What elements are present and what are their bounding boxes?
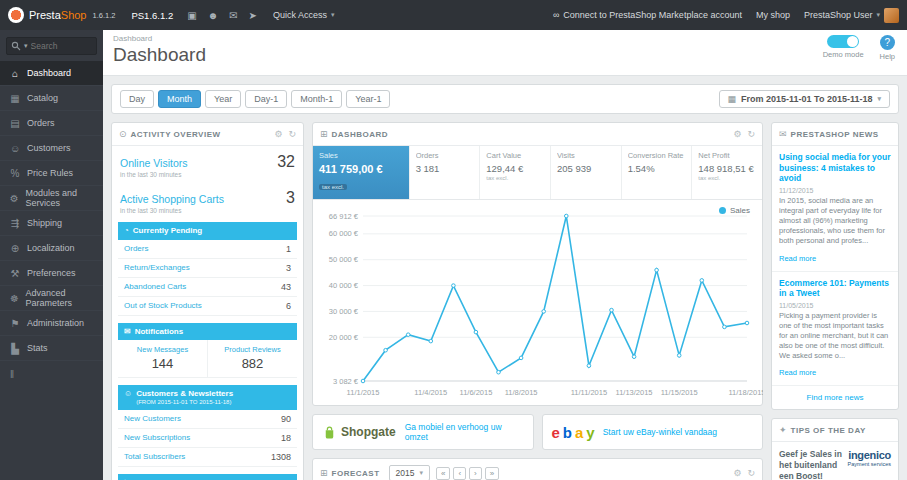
news-item-title[interactable]: Using social media for your business: 4 … xyxy=(779,152,891,184)
localization-icon: ⊕ xyxy=(9,243,21,254)
product-reviews-cell[interactable]: Product Reviews 882 xyxy=(207,340,297,377)
sidebar-item-advanced-parameters[interactable]: ☸Advanced Parameters xyxy=(0,286,103,311)
modules-store-icon[interactable]: ➤ xyxy=(249,10,257,21)
gear-icon[interactable]: ⚙ xyxy=(733,129,741,139)
chart-legend[interactable]: Sales xyxy=(719,206,750,215)
shipping-icon: ⇶ xyxy=(9,218,21,229)
customers-row-total-subscribers[interactable]: Total Subscribers 1308 xyxy=(118,448,297,467)
ingenico-logo: ingenico Payment services xyxy=(848,449,891,480)
pending-row-out-of-stock[interactable]: Out of Stock Products 6 xyxy=(118,297,297,316)
pending-row-returns[interactable]: Return/Exchanges 3 xyxy=(118,259,297,278)
svg-text:11/1/2015: 11/1/2015 xyxy=(347,388,380,397)
find-more-news-link[interactable]: Find more news xyxy=(772,386,898,409)
help-icon[interactable]: ? xyxy=(880,35,895,50)
year-select[interactable]: 2015 ▾ xyxy=(389,465,430,480)
range-day-1-button[interactable]: Day-1 xyxy=(245,90,287,108)
first-page-icon[interactable]: « xyxy=(436,467,450,480)
sidebar-item-shipping[interactable]: ⇶Shipping xyxy=(0,211,103,236)
sidebar-item-orders[interactable]: ▤Orders xyxy=(0,111,103,136)
customers-row-new-customers[interactable]: New Customers 90 xyxy=(118,410,297,429)
topbar: PrestaShop 1.6.1.2 PS1.6.1.2 ▣ ☻ ✉ ➤ Qui… xyxy=(0,0,907,30)
news-item-excerpt: In 2015, social media are an integral pa… xyxy=(779,196,891,247)
online-visitors-sub: in the last 30 minutes xyxy=(112,171,303,182)
news-icon: ✉ xyxy=(779,129,787,139)
sidebar: ▾ ⌂Dashboard ▦Catalog ▤Orders ☺Customers… xyxy=(0,30,103,480)
quick-access-menu[interactable]: Quick Access ▾ xyxy=(273,10,335,20)
customers-row-new-subscriptions[interactable]: New Subscriptions 18 xyxy=(118,429,297,448)
svg-text:40 000 €: 40 000 € xyxy=(329,281,359,290)
pending-row-orders[interactable]: Orders 1 xyxy=(118,240,297,259)
ebay-link[interactable]: Start uw eBay-winkel vandaag xyxy=(603,427,717,437)
kpi-cart-value[interactable]: Cart Value 129,44 € tax excl. xyxy=(480,146,551,199)
notifications-icon: ✉ xyxy=(124,327,131,337)
kpi-orders[interactable]: Orders 3 181 xyxy=(410,146,481,199)
cart-icon[interactable]: ▣ xyxy=(187,10,196,21)
sidebar-item-catalog[interactable]: ▦Catalog xyxy=(0,86,103,111)
kpi-net-profit[interactable]: Net Profit 148 918,51 € tax excl. xyxy=(692,146,762,199)
refresh-icon[interactable]: ↻ xyxy=(747,468,755,478)
sidebar-item-price-rules[interactable]: %Price Rules xyxy=(0,161,103,186)
sidebar-item-administration[interactable]: ⚑Administration xyxy=(0,311,103,336)
main-area: Dashboard Dashboard Demo mode ? Help Day… xyxy=(103,30,907,480)
shopgate-link[interactable]: Ga mobiel en verhoog uw omzet xyxy=(405,422,524,442)
advanced-parameters-icon: ☸ xyxy=(9,293,19,304)
active-carts-link[interactable]: Active Shopping Carts xyxy=(120,193,224,205)
ebay-logo: ebay xyxy=(552,424,594,441)
sidebar-item-localization[interactable]: ⊕Localization xyxy=(0,236,103,261)
online-visitors-value: 32 xyxy=(277,153,295,171)
gear-icon[interactable]: ⚙ xyxy=(274,129,282,139)
chevron-down-icon: ▾ xyxy=(877,95,881,103)
read-more-link[interactable]: Read more xyxy=(779,368,816,377)
news-item: Using social media for your business: 4 … xyxy=(772,146,898,272)
search-input[interactable] xyxy=(31,41,89,51)
search-scope-caret-icon[interactable]: ▾ xyxy=(24,42,28,50)
sidebar-collapse-icon[interactable]: ‖ xyxy=(0,361,103,388)
sidebar-item-stats[interactable]: ▙Stats xyxy=(0,336,103,361)
online-visitors-link[interactable]: Online Visitors xyxy=(120,157,188,169)
brand[interactable]: PrestaShop 1.6.1.2 xyxy=(0,7,121,23)
kpi-visits[interactable]: Visits 205 939 xyxy=(551,146,622,199)
shop-name[interactable]: PS1.6.1.2 xyxy=(131,10,173,21)
toggle-knob xyxy=(847,36,858,47)
stats-icon: ▙ xyxy=(9,343,21,354)
new-messages-cell[interactable]: New Messages 144 xyxy=(118,340,207,377)
active-carts-value: 3 xyxy=(286,189,295,207)
next-page-icon[interactable]: › xyxy=(469,467,482,480)
demo-mode-toggle[interactable] xyxy=(827,35,859,48)
marketplace-link[interactable]: ∞ Connect to PrestaShop Marketplace acco… xyxy=(553,10,742,20)
preferences-icon: ⚒ xyxy=(9,268,21,279)
refresh-icon[interactable]: ↻ xyxy=(288,129,296,139)
sidebar-item-dashboard[interactable]: ⌂Dashboard xyxy=(0,61,103,86)
pending-row-abandoned-carts[interactable]: Abandoned Carts 43 xyxy=(118,278,297,297)
mail-icon[interactable]: ✉ xyxy=(229,10,237,21)
range-month-1-button[interactable]: Month-1 xyxy=(291,90,342,108)
news-item-title[interactable]: Ecommerce 101: Payments in a Tweet xyxy=(779,278,891,299)
kpi-sales[interactable]: Sales 411 759,00 € tax excl. xyxy=(313,146,410,199)
refresh-icon[interactable]: ↻ xyxy=(747,129,755,139)
page-title: Dashboard xyxy=(113,44,897,66)
news-item: Ecommerce 101: Payments in a Tweet 11/05… xyxy=(772,272,898,387)
sidebar-search[interactable]: ▾ xyxy=(6,37,97,55)
my-shop-link[interactable]: My shop xyxy=(756,10,790,20)
range-year-button[interactable]: Year xyxy=(205,90,241,108)
legend-dot xyxy=(719,207,726,214)
sidebar-item-customers[interactable]: ☺Customers xyxy=(0,136,103,161)
user-menu[interactable]: PrestaShop User ▾ xyxy=(804,8,899,23)
date-range-toolbar: Day Month Year Day-1 Month-1 Year-1 ▦ Fr… xyxy=(111,84,899,114)
sidebar-item-preferences[interactable]: ⚒Preferences xyxy=(0,261,103,286)
kpi-conversion-rate[interactable]: Conversion Rate 1.54% xyxy=(622,146,693,199)
range-year-1-button[interactable]: Year-1 xyxy=(346,90,390,108)
svg-text:11/15/2015: 11/15/2015 xyxy=(661,388,698,397)
gear-icon[interactable]: ⚙ xyxy=(733,468,741,478)
chevron-down-icon: ▾ xyxy=(876,11,880,19)
range-month-button[interactable]: Month xyxy=(158,90,201,108)
read-more-link[interactable]: Read more xyxy=(779,254,816,263)
range-day-button[interactable]: Day xyxy=(120,90,154,108)
last-page-icon[interactable]: » xyxy=(485,467,499,480)
prev-page-icon[interactable]: ‹ xyxy=(453,467,466,480)
dashboard-icon: ⌂ xyxy=(9,68,21,79)
date-range-picker[interactable]: ▦ From 2015-11-01 To 2015-11-18 ▾ xyxy=(719,90,890,108)
profile-icon[interactable]: ☻ xyxy=(208,10,219,21)
sidebar-item-modules[interactable]: ⚙Modules and Services xyxy=(0,186,103,211)
prestashop-logo-icon xyxy=(8,7,24,23)
